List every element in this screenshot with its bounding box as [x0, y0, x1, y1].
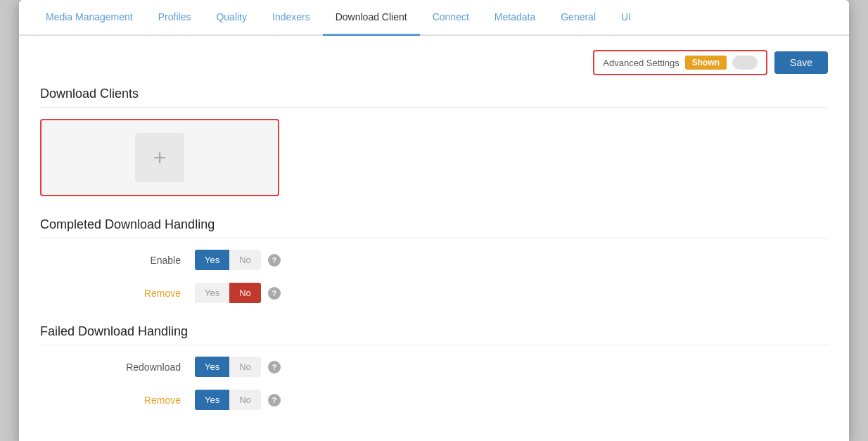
- tab-profiles[interactable]: Profiles: [146, 0, 204, 36]
- app-window: Media Management Profiles Quality Indexe…: [19, 0, 849, 441]
- save-button[interactable]: Save: [774, 51, 828, 74]
- tab-metadata[interactable]: Metadata: [482, 0, 548, 36]
- remove-yes-button[interactable]: Yes: [195, 283, 229, 303]
- enable-label: Enable: [82, 255, 181, 266]
- redownload-yes-button[interactable]: Yes: [195, 357, 229, 377]
- download-clients-section: Download Clients +: [40, 87, 828, 196]
- failed-download-handling-title: Failed Download Handling: [40, 324, 828, 345]
- add-client-button[interactable]: +: [40, 119, 279, 196]
- shown-badge[interactable]: Shown: [685, 56, 727, 70]
- redownload-help-icon[interactable]: ?: [268, 361, 281, 373]
- redownload-toggle-group: Yes No: [195, 357, 261, 377]
- advanced-settings-label: Advanced Settings: [603, 58, 679, 68]
- tab-indexers[interactable]: Indexers: [260, 0, 323, 36]
- enable-yes-button[interactable]: Yes: [195, 250, 229, 270]
- completed-download-handling-section: Completed Download Handling Enable Yes N…: [40, 217, 828, 303]
- main-content: Advanced Settings Shown Save Download Cl…: [19, 36, 849, 441]
- tab-quality[interactable]: Quality: [203, 0, 260, 36]
- download-clients-title: Download Clients: [40, 87, 828, 108]
- remove-row: Remove Yes No ?: [40, 283, 828, 303]
- enable-toggle-group: Yes No: [195, 250, 261, 270]
- failed-remove-row: Remove Yes No ?: [40, 390, 828, 410]
- failed-download-handling-section: Failed Download Handling Redownload Yes …: [40, 324, 828, 410]
- remove-no-button[interactable]: No: [229, 283, 261, 303]
- tab-connect[interactable]: Connect: [420, 0, 482, 36]
- completed-download-handling-title: Completed Download Handling: [40, 217, 828, 238]
- enable-no-button[interactable]: No: [229, 250, 261, 270]
- remove-toggle-group: Yes No: [195, 283, 261, 303]
- remove-help-icon[interactable]: ?: [268, 287, 281, 300]
- failed-remove-toggle-group: Yes No: [195, 390, 261, 410]
- tab-general[interactable]: General: [548, 0, 608, 36]
- enable-row: Enable Yes No ?: [40, 250, 828, 270]
- advanced-settings-box: Advanced Settings Shown: [593, 50, 767, 75]
- add-client-plus-icon: +: [135, 133, 184, 182]
- tab-ui[interactable]: UI: [608, 0, 644, 36]
- redownload-row: Redownload Yes No ?: [40, 357, 828, 377]
- advanced-bar: Advanced Settings Shown Save: [40, 50, 828, 75]
- redownload-no-button[interactable]: No: [229, 357, 261, 377]
- failed-remove-no-button[interactable]: No: [229, 390, 261, 410]
- tab-bar: Media Management Profiles Quality Indexe…: [19, 0, 849, 36]
- remove-label: Remove: [82, 288, 181, 299]
- failed-remove-yes-button[interactable]: Yes: [195, 390, 229, 410]
- failed-remove-label: Remove: [82, 395, 181, 406]
- advanced-toggle[interactable]: [732, 56, 758, 70]
- enable-help-icon[interactable]: ?: [268, 254, 281, 267]
- tab-download-client[interactable]: Download Client: [323, 0, 420, 36]
- redownload-label: Redownload: [82, 362, 181, 373]
- tab-media-management[interactable]: Media Management: [33, 0, 146, 36]
- failed-remove-help-icon[interactable]: ?: [268, 394, 281, 407]
